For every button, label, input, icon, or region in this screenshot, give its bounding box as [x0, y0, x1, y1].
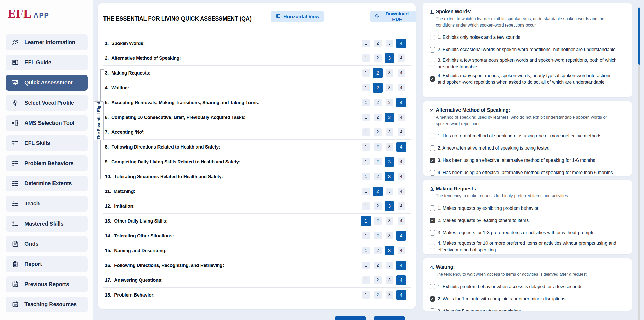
sidebar-item-quick-assessment[interactable]: Quick Assessment — [6, 75, 88, 91]
footer-button-right[interactable] — [374, 316, 405, 320]
rating-2[interactable]: 2 — [374, 99, 382, 106]
rating-4-selected[interactable]: 4 — [396, 39, 406, 48]
rating-2[interactable]: 2 — [374, 128, 382, 136]
rating-3[interactable]: 3 — [386, 262, 393, 269]
sidebar-item-teach[interactable]: Teach — [6, 196, 88, 212]
rating-3[interactable]: 3 — [386, 188, 393, 195]
sidebar-item-learner-information[interactable]: Learner Information — [6, 34, 88, 50]
rating-3[interactable]: 3 — [386, 128, 393, 136]
rating-4[interactable]: 4 — [398, 173, 405, 180]
rating-4-selected[interactable]: 4 — [396, 275, 406, 285]
rating-2[interactable]: 2 — [374, 40, 382, 47]
checkbox[interactable] — [430, 145, 435, 151]
rating-3-selected[interactable]: 3 — [385, 53, 394, 63]
rating-4[interactable]: 4 — [398, 217, 405, 225]
checkbox[interactable] — [430, 35, 435, 40]
option-row[interactable]: 1. Has no formal method of speaking or i… — [430, 131, 622, 141]
checkbox[interactable] — [430, 170, 435, 176]
sidebar-item-grids[interactable]: Grids — [6, 236, 88, 252]
rating-3[interactable]: 3 — [386, 40, 393, 47]
checkbox[interactable] — [430, 205, 435, 211]
rating-4-selected[interactable]: 4 — [396, 98, 406, 107]
rating-1[interactable]: 1 — [362, 262, 370, 269]
rating-3-selected[interactable]: 3 — [385, 201, 394, 211]
sidebar-item-efl-guide[interactable]: EFL Guide — [6, 55, 88, 70]
rating-4-selected[interactable]: 4 — [396, 142, 406, 152]
rating-4[interactable]: 4 — [398, 128, 405, 136]
rating-4-selected[interactable]: 4 — [396, 290, 406, 300]
rating-1[interactable]: 1 — [362, 291, 370, 299]
rating-1[interactable]: 1 — [362, 128, 370, 136]
rating-2[interactable]: 2 — [374, 158, 382, 165]
rating-3[interactable]: 3 — [386, 143, 393, 151]
option-row[interactable]: 1. Exhibits only noises and a few sounds — [430, 32, 622, 43]
rating-1[interactable]: 1 — [362, 188, 370, 195]
rating-2[interactable]: 2 — [374, 143, 382, 151]
rating-3[interactable]: 3 — [386, 217, 393, 225]
option-row[interactable]: 1. Exhibits problem behavior when access… — [430, 281, 622, 292]
rating-2[interactable]: 2 — [374, 262, 382, 269]
checkbox[interactable] — [430, 133, 435, 139]
checkbox[interactable] — [430, 230, 435, 236]
option-row[interactable]: 4. Exhibits many spontaneous, spoken-wor… — [430, 72, 622, 85]
rating-3[interactable]: 3 — [386, 291, 393, 299]
rating-2[interactable]: 2 — [374, 232, 382, 239]
rating-3[interactable]: 3 — [386, 276, 393, 284]
rating-1[interactable]: 1 — [362, 40, 370, 47]
rating-3-selected[interactable]: 3 — [385, 157, 394, 167]
scrollbar-thumb[interactable] — [638, 8, 640, 65]
checkbox[interactable] — [430, 308, 435, 311]
sidebar-item-teaching-resources[interactable]: Teaching Resources — [6, 297, 88, 312]
footer-button-left[interactable] — [335, 316, 366, 320]
option-row[interactable]: 2. Waits for 1 minute with complaints or… — [430, 294, 622, 304]
rating-1[interactable]: 1 — [362, 276, 370, 284]
rating-2[interactable]: 2 — [374, 247, 382, 254]
rating-3[interactable]: 3 — [386, 99, 393, 106]
option-row[interactable]: 4. Has been using an effective, alternat… — [430, 168, 622, 176]
rating-2-selected[interactable]: 2 — [373, 187, 383, 196]
rating-4[interactable]: 4 — [398, 84, 405, 91]
sidebar-item-previous-reports[interactable]: Previous Reports — [6, 276, 88, 292]
rating-1[interactable]: 1 — [362, 54, 370, 62]
rating-2[interactable]: 2 — [374, 202, 382, 210]
rating-1[interactable]: 1 — [362, 99, 370, 106]
option-row[interactable]: 2. A new alternative method of speaking … — [430, 143, 622, 153]
rating-4[interactable]: 4 — [398, 54, 405, 62]
option-row[interactable]: 4. Makes requests for 10 or more preferr… — [430, 240, 622, 253]
rating-2[interactable]: 2 — [374, 217, 382, 225]
rating-1[interactable]: 1 — [362, 69, 370, 77]
checkbox[interactable] — [430, 47, 435, 53]
rating-3[interactable]: 3 — [386, 232, 393, 239]
rating-1-selected[interactable]: 1 — [361, 216, 371, 226]
rating-4-selected[interactable]: 4 — [396, 231, 406, 241]
rating-4-selected[interactable]: 4 — [396, 261, 406, 270]
sidebar-item-report[interactable]: Report — [6, 256, 88, 272]
sidebar-item-mastered-skills[interactable]: Mastered Skills — [6, 216, 88, 232]
option-row[interactable]: 3. Exhibits a few spontaneous spoken wor… — [430, 57, 622, 70]
option-row[interactable]: 2. Makes requests by leading others to i… — [430, 215, 622, 226]
rating-2[interactable]: 2 — [374, 291, 382, 299]
rating-1[interactable]: 1 — [362, 143, 370, 151]
checkbox-checked[interactable] — [430, 76, 435, 82]
rating-4[interactable]: 4 — [398, 202, 405, 210]
rating-1[interactable]: 1 — [362, 232, 370, 239]
horizontal-view-button[interactable]: Horizontal View — [271, 11, 324, 22]
rating-2-selected[interactable]: 2 — [373, 83, 383, 93]
sidebar-item-select-vocal-profile[interactable]: Select Vocal Profile — [6, 95, 88, 111]
rating-4[interactable]: 4 — [398, 114, 405, 121]
rating-4[interactable]: 4 — [398, 69, 405, 77]
rating-1[interactable]: 1 — [362, 173, 370, 180]
rating-4[interactable]: 4 — [398, 158, 405, 165]
option-row[interactable]: 1. Makes requests by exhibiting problem … — [430, 203, 622, 213]
rating-3-selected[interactable]: 3 — [385, 172, 394, 181]
rating-2[interactable]: 2 — [374, 276, 382, 284]
rating-4[interactable]: 4 — [398, 247, 405, 254]
checkbox-checked[interactable] — [430, 218, 435, 223]
checkbox[interactable] — [430, 284, 435, 289]
sidebar-item-determine-extents[interactable]: Determine Extents — [6, 176, 88, 191]
rating-3[interactable]: 3 — [386, 84, 393, 91]
checkbox-checked[interactable] — [430, 296, 435, 302]
checkbox-checked[interactable] — [430, 158, 435, 163]
rating-3-selected[interactable]: 3 — [385, 246, 394, 255]
sidebar-item-ams-selection-tool[interactable]: AMS Selection Tool — [6, 115, 88, 131]
